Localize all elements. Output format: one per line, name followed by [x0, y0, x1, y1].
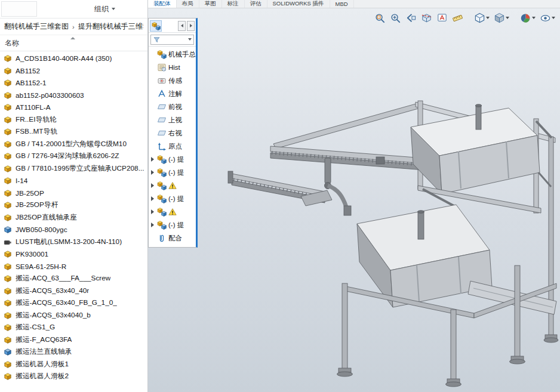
feature-tree-item[interactable]: (-) 提 [149, 166, 196, 179]
featuremanager-tab[interactable] [150, 20, 162, 32]
list-item[interactable]: FSB..MT导轨 [0, 126, 147, 138]
list-item[interactable]: JB25OP直线轴承座 [0, 212, 147, 224]
expand-arrow-icon[interactable] [150, 196, 155, 202]
list-item[interactable]: GB / T276-94深沟球轴承6206-2Z [0, 150, 147, 163]
list-item[interactable]: 搬运-ACQS_63x40_40r [0, 285, 147, 298]
previous-view-button[interactable] [404, 11, 418, 25]
file-name: FSB..MT导轨 [16, 127, 57, 137]
panel-scroll-left-button[interactable] [178, 21, 186, 31]
feature-tree-item[interactable]: 机械手总 [149, 48, 196, 61]
list-item[interactable]: GB / T7810-1995带立式座轴承UCP208... [0, 163, 147, 175]
feature-tree-item[interactable]: Hist [149, 61, 196, 74]
ribbon-tab[interactable]: SOLIDWORKS 插件 [267, 0, 330, 8]
column-header-name[interactable]: 名称 [0, 35, 147, 51]
ribbon-tab[interactable]: 布局 [177, 0, 199, 8]
edit-appearance-button[interactable] [519, 11, 537, 25]
feature-tree-item[interactable]: (-) 提 [149, 153, 196, 166]
list-item[interactable]: 搬运-ACQS_63x4040_b [0, 310, 147, 322]
breadcrumb-current[interactable]: 提升翻转机械手三维套 [78, 21, 143, 32]
feature-tree-item[interactable]: (-) 提 [149, 192, 196, 205]
expand-arrow-icon[interactable] [150, 52, 155, 57]
feature-tree-item[interactable]: 传感 [149, 74, 196, 87]
breadcrumb-root[interactable]: 翻转机械手三维套图 [4, 21, 69, 32]
zoom-to-fit-button[interactable] [373, 11, 387, 25]
feature-label: (-) 提 [168, 221, 184, 230]
file-type-icon [4, 91, 12, 100]
feature-icon [157, 76, 167, 85]
list-item[interactable]: GB / T41-20001型六角螺母C级M10 [0, 138, 147, 151]
list-item[interactable]: 搬运法兰直线轴承 [0, 346, 147, 359]
feature-icon [157, 115, 167, 125]
list-item[interactable]: 搬运-CS1_G [0, 322, 147, 334]
tree-filter-input[interactable] [150, 35, 194, 45]
display-style-button[interactable] [493, 11, 510, 25]
dropdown-caret-icon [112, 8, 115, 10]
zoom-to-area-button[interactable] [389, 11, 402, 25]
expand-arrow-icon[interactable] [150, 78, 155, 84]
expand-arrow-icon[interactable] [150, 157, 155, 162]
feature-tree-item[interactable]: 注解 [149, 87, 196, 100]
graphics-area[interactable] [148, 8, 560, 392]
feature-tree-item[interactable]: 配合 [149, 232, 196, 245]
list-item[interactable]: 搬运-ACQS_63x40_FB_G_1_0_ [0, 297, 147, 310]
ribbon-tab[interactable]: MBD [330, 0, 354, 8]
list-item[interactable]: JWB050-800ygc [0, 224, 147, 236]
feature-tree-item[interactable]: 右视 [149, 126, 196, 140]
expand-arrow-icon[interactable] [150, 118, 155, 123]
expand-arrow-icon[interactable] [150, 209, 155, 215]
expand-arrow-icon[interactable] [150, 104, 155, 110]
ribbon-tab[interactable]: 草图 [199, 0, 222, 8]
annotation-views-button[interactable] [435, 11, 449, 25]
toolbar-button[interactable] [1, 1, 37, 17]
file-type-icon [4, 299, 12, 307]
file-name: 搬运机器人滑板1 [16, 360, 69, 369]
feature-tree-item[interactable]: 上视 [149, 113, 196, 126]
expand-arrow-icon[interactable] [150, 236, 155, 241]
list-item[interactable]: JB-25OP导杆 [0, 199, 147, 212]
expand-arrow-icon[interactable] [150, 65, 155, 70]
feature-tree-item[interactable]: (-) 提 [149, 218, 196, 232]
expand-arrow-icon[interactable] [150, 183, 155, 189]
list-item[interactable]: LUST电机(LSMM-13-200-4N-110) [0, 236, 147, 249]
feature-icon [157, 102, 167, 112]
list-item[interactable]: PK930001 [0, 248, 147, 261]
file-name: A_CDS1B140-400R-A44 (350) [16, 54, 112, 63]
list-item[interactable]: A_CDS1B140-400R-A44 (350) [0, 53, 147, 65]
ribbon-tab[interactable]: 装配体 [148, 0, 177, 8]
view-settings-button[interactable] [539, 11, 556, 25]
list-item[interactable]: I-14 [0, 175, 147, 187]
feature-tree-item[interactable] [149, 179, 196, 192]
view-orientation-button[interactable] [473, 11, 491, 25]
list-item[interactable]: ab1152-p0403300603 [0, 89, 147, 102]
feature-manager-tab-bar [149, 18, 196, 33]
expand-arrow-icon[interactable] [150, 170, 155, 175]
list-item[interactable]: AT110FL-A [0, 101, 147, 114]
filter-dropdown-caret-icon[interactable] [188, 38, 192, 41]
feature-label: 右视 [168, 129, 182, 138]
file-type-icon [4, 79, 12, 87]
expand-arrow-icon[interactable] [150, 223, 155, 228]
organize-menu[interactable]: 组织 [94, 0, 115, 18]
panel-scroll-right-button[interactable] [187, 21, 195, 31]
ribbon-tab[interactable]: 标注 [222, 0, 245, 8]
assembly-3d-view[interactable] [148, 8, 560, 392]
list-item[interactable]: SE9A-61-25H-R [0, 261, 147, 273]
ribbon-tab[interactable]: 评估 [245, 0, 267, 8]
list-item[interactable]: AB1152 [0, 65, 147, 78]
feature-tree-item[interactable]: 原点 [149, 140, 196, 153]
list-item[interactable]: 搬运机器人滑板2 [0, 371, 147, 383]
file-type-icon [4, 287, 12, 295]
expand-arrow-icon[interactable] [150, 131, 155, 136]
expand-arrow-icon[interactable] [150, 91, 155, 97]
measure-button[interactable] [451, 11, 464, 25]
feature-tree-item[interactable]: 前视 [149, 100, 196, 113]
list-item[interactable]: 搬运-F_ACQ63FA [0, 334, 147, 347]
feature-tree-item[interactable] [149, 205, 196, 218]
list-item[interactable]: 搬运-ACQ_63___FA___Screw [0, 273, 147, 285]
list-item[interactable]: FR..EI导轨轮 [0, 114, 147, 126]
expand-arrow-icon[interactable] [150, 144, 155, 149]
list-item[interactable]: JB-25OP [0, 187, 147, 200]
list-item[interactable]: 搬运机器人滑板1 [0, 359, 147, 371]
section-view-button[interactable] [420, 11, 433, 25]
list-item[interactable]: AB1152-1 [0, 77, 147, 89]
